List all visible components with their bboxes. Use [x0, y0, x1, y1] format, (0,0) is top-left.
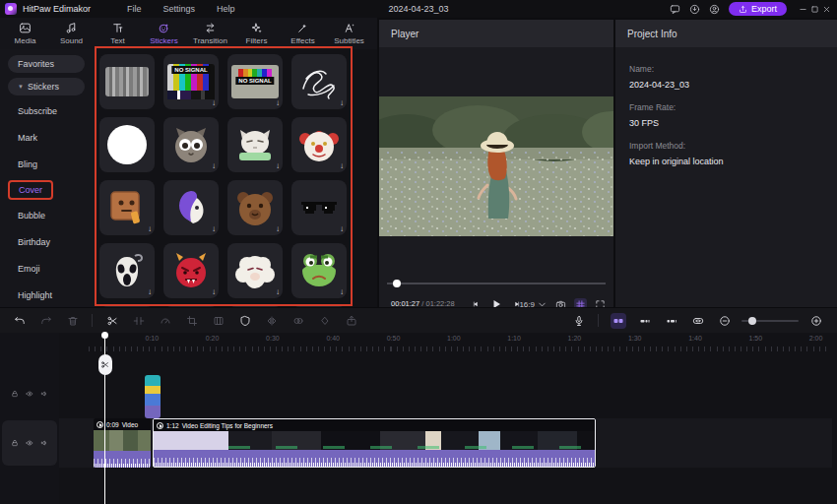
- sticker-sheep[interactable]: ↓: [227, 243, 283, 298]
- download-arrow-icon[interactable]: ↓: [212, 161, 216, 170]
- mask-button[interactable]: [237, 313, 253, 329]
- lock-icon: [11, 439, 19, 447]
- download-arrow-icon[interactable]: ↓: [340, 224, 344, 233]
- keyframe-button[interactable]: [317, 313, 333, 329]
- edit-toolbar: [0, 307, 837, 333]
- hide-button[interactable]: [26, 439, 33, 447]
- sticker-no-signal-bars[interactable]: NO SIGNAL↓: [163, 54, 219, 109]
- lock-button[interactable]: [11, 439, 19, 447]
- seek-handle[interactable]: [393, 280, 401, 287]
- delete-button[interactable]: [65, 313, 81, 329]
- sticker-clip-bar: [145, 406, 161, 418]
- download-button[interactable]: [689, 4, 700, 15]
- sidebar-item-emoji[interactable]: Emoji: [8, 258, 50, 280]
- sticker-surprised-cat[interactable]: ↓: [163, 117, 219, 172]
- lock-button[interactable]: [11, 390, 19, 398]
- sidebar-item-subscribe[interactable]: Subscribe: [8, 100, 67, 122]
- tab-effects[interactable]: Effects: [280, 22, 326, 45]
- export-button[interactable]: Export: [729, 2, 787, 16]
- tab-transition[interactable]: Transition: [187, 22, 233, 45]
- account-button[interactable]: [709, 4, 720, 15]
- auto-ripple-button[interactable]: [611, 313, 626, 329]
- sticker-tv-static[interactable]: [99, 54, 155, 109]
- animation-button[interactable]: [290, 313, 306, 329]
- mute-button[interactable]: [40, 390, 48, 398]
- freeze-frame-button[interactable]: [211, 313, 226, 329]
- menu-file[interactable]: File: [127, 4, 142, 14]
- download-arrow-icon[interactable]: ↓: [276, 287, 280, 296]
- trim-button[interactable]: [131, 313, 147, 329]
- download-arrow-icon[interactable]: ↓: [212, 224, 216, 233]
- sidebar-item-bling[interactable]: Bling: [8, 154, 47, 175]
- download-arrow-icon[interactable]: ↓: [148, 224, 152, 233]
- sticker-sad-frog[interactable]: ↓: [291, 243, 347, 298]
- speed-button[interactable]: [158, 313, 173, 329]
- download-arrow-icon[interactable]: ↓: [212, 98, 216, 107]
- download-arrow-icon[interactable]: ↓: [340, 287, 344, 296]
- menu-settings[interactable]: Settings: [163, 4, 196, 14]
- flip-button[interactable]: [264, 313, 280, 329]
- tab-subtitles[interactable]: Subtitles: [326, 22, 372, 45]
- tab-text[interactable]: Text: [95, 22, 141, 45]
- ruler-label: 0:30: [266, 335, 280, 342]
- slider-handle[interactable]: [748, 317, 756, 325]
- download-arrow-icon[interactable]: ↓: [276, 161, 280, 170]
- playhead-scissors-handle[interactable]: [98, 354, 112, 375]
- mute-button[interactable]: [40, 439, 48, 447]
- sidebar-item-highlight[interactable]: Highlight: [8, 284, 62, 306]
- sticker-bear[interactable]: ↓: [227, 180, 283, 235]
- video-clip-1[interactable]: 0:09 Video: [94, 418, 151, 468]
- playhead-dot[interactable]: [101, 332, 108, 339]
- sticker-white-circle[interactable]: [99, 117, 155, 172]
- menu-help[interactable]: Help: [217, 4, 235, 14]
- video-clip-2[interactable]: 1:12 Video Editing Tips for Beginners: [153, 418, 596, 468]
- sticker-clown[interactable]: ↓: [291, 117, 347, 172]
- tab-filters[interactable]: Filters: [233, 22, 280, 45]
- sidebar-item-favorites[interactable]: Favorites: [8, 55, 85, 73]
- timeline-ruler[interactable]: [89, 346, 831, 351]
- download-arrow-icon[interactable]: ↓: [212, 287, 216, 296]
- sticker-red-demon[interactable]: ↓: [163, 243, 219, 298]
- sticker-scribble[interactable]: ↓: [291, 54, 347, 109]
- scissors-small-icon: [100, 360, 109, 369]
- seek-bar[interactable]: [387, 283, 606, 284]
- sticker-ghost-mask[interactable]: ↓: [99, 243, 155, 298]
- sidebar-item-mark[interactable]: Mark: [8, 127, 47, 149]
- download-arrow-icon[interactable]: ↓: [148, 287, 152, 296]
- zoom-in-button[interactable]: [808, 313, 824, 329]
- sticker-clip[interactable]: [145, 375, 161, 418]
- sidebar-item-cover[interactable]: Cover: [8, 180, 53, 200]
- sticker-smudge-cat[interactable]: ↓: [227, 117, 283, 172]
- fit-timeline-button[interactable]: [690, 313, 706, 329]
- sticker-no-signal-screen[interactable]: NO SIGNAL↓: [227, 54, 283, 109]
- tab-media[interactable]: Media: [2, 22, 48, 45]
- maximize-button[interactable]: [810, 5, 819, 14]
- download-arrow-icon[interactable]: ↓: [276, 224, 280, 233]
- download-arrow-icon[interactable]: ↓: [340, 161, 344, 170]
- tab-stickers[interactable]: Stickers: [141, 22, 187, 45]
- track-expand-button[interactable]: [664, 313, 679, 329]
- export-frame-button[interactable]: [344, 313, 359, 329]
- tab-sound[interactable]: Sound: [48, 22, 95, 45]
- feedback-button[interactable]: [670, 4, 680, 15]
- download-arrow-icon[interactable]: ↓: [276, 98, 280, 107]
- sticker-cardboard-face[interactable]: ↓: [99, 180, 155, 235]
- split-button[interactable]: [104, 313, 120, 329]
- playhead[interactable]: [104, 333, 105, 504]
- sidebar-item-stickers[interactable]: ▼Stickers: [8, 78, 85, 95]
- sticker-pixel-sunglasses[interactable]: ↓: [291, 180, 347, 235]
- microphone-button[interactable]: [571, 313, 587, 329]
- close-button[interactable]: [822, 5, 831, 14]
- timeline-zoom-slider[interactable]: [741, 314, 799, 328]
- minimize-button[interactable]: [799, 5, 807, 14]
- crop-button[interactable]: [184, 313, 200, 329]
- download-arrow-icon[interactable]: ↓: [340, 98, 344, 107]
- sidebar-item-bubble[interactable]: Bubble: [8, 205, 55, 226]
- zoom-out-button[interactable]: [717, 313, 733, 329]
- sidebar-item-birthday[interactable]: Birthday: [8, 231, 60, 253]
- redo-button[interactable]: [38, 313, 54, 329]
- track-compact-button[interactable]: [637, 313, 653, 329]
- hide-button[interactable]: [26, 390, 33, 398]
- undo-button[interactable]: [12, 313, 28, 329]
- sticker-unicorn[interactable]: ↓: [163, 180, 219, 235]
